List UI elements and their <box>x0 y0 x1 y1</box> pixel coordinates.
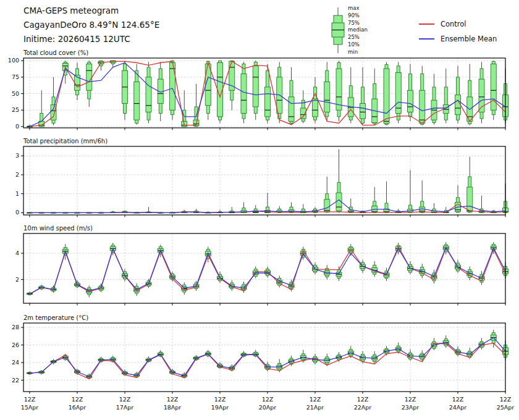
x-tick-time: 12Z <box>24 396 36 403</box>
boxplot-legend-glyph <box>332 7 344 53</box>
y-axis: 24 <box>15 250 23 283</box>
x-tick-date: 17Apr <box>116 404 134 411</box>
y-tick-label: 0 <box>15 123 19 130</box>
x-tick-date: 21Apr <box>306 404 324 411</box>
y-tick-label: 1 <box>15 190 19 197</box>
y-tick-label: 26 <box>12 342 19 348</box>
x-tick-time: 12Z <box>500 396 512 403</box>
panel-border <box>23 323 505 392</box>
panel-border <box>23 233 505 303</box>
y-tick-label: 4 <box>15 250 19 256</box>
x-tick-time: 12Z <box>214 396 226 403</box>
x-tick-date: 18Apr <box>164 404 182 411</box>
x-tick-date: 25Apr <box>497 404 515 411</box>
y-axis: 22242628 <box>12 324 23 383</box>
x-tick-date: 20Apr <box>259 404 277 411</box>
x-tick-date: 22Apr <box>354 404 372 411</box>
y-axis: 0255075100 <box>8 57 23 130</box>
x-tick-time: 12Z <box>262 396 274 403</box>
grid <box>23 323 505 392</box>
x-tick-time: 12Z <box>310 396 321 403</box>
panel-0: 0255075100 <box>8 57 508 130</box>
grid <box>23 146 505 215</box>
y-tick-label: 2 <box>15 171 19 178</box>
x-tick-date: 15Apr <box>21 404 39 411</box>
y-tick-label: 22 <box>12 377 19 384</box>
y-tick-label: 3 <box>15 152 19 159</box>
x-tick-date: 23Apr <box>402 404 420 411</box>
x-tick-time: 12Z <box>167 396 179 403</box>
y-tick-label: 28 <box>12 324 19 330</box>
meteogram-figure: CMA-GEPS meteogram CagayanDeOro 8.49°N 1… <box>0 0 519 420</box>
grid <box>23 233 505 303</box>
x-tick-time: 12Z <box>357 396 369 403</box>
y-tick-label: 50 <box>12 90 19 97</box>
x-tick-time: 12Z <box>72 396 83 403</box>
panel-3: 2224262812Z15Apr12Z16Apr12Z17Apr12Z18Apr… <box>12 323 514 411</box>
panel-border <box>23 146 505 215</box>
y-tick-label: 75 <box>12 74 19 80</box>
meteogram-chart: 02550751000123242224262812Z15Apr12Z16Apr… <box>0 0 519 420</box>
y-tick-label: 2 <box>15 276 19 283</box>
x-axis: 12Z15Apr12Z16Apr12Z17Apr12Z18Apr12Z19Apr… <box>21 392 515 411</box>
panel-1: 0123 <box>15 146 508 217</box>
x-tick-time: 12Z <box>452 396 464 403</box>
y-tick-label: 0 <box>15 209 19 216</box>
x-tick-date: 19Apr <box>211 404 229 411</box>
x-tick-date: 16Apr <box>69 404 86 411</box>
panel-2: 24 <box>15 233 508 306</box>
x-tick-time: 12Z <box>405 396 416 403</box>
x-tick-date: 24Apr <box>449 404 467 411</box>
y-tick-label: 25 <box>12 106 19 113</box>
y-tick-label: 24 <box>12 359 19 366</box>
y-tick-label: 100 <box>8 57 19 64</box>
y-axis: 0123 <box>15 152 23 216</box>
x-tick-time: 12Z <box>119 396 131 403</box>
